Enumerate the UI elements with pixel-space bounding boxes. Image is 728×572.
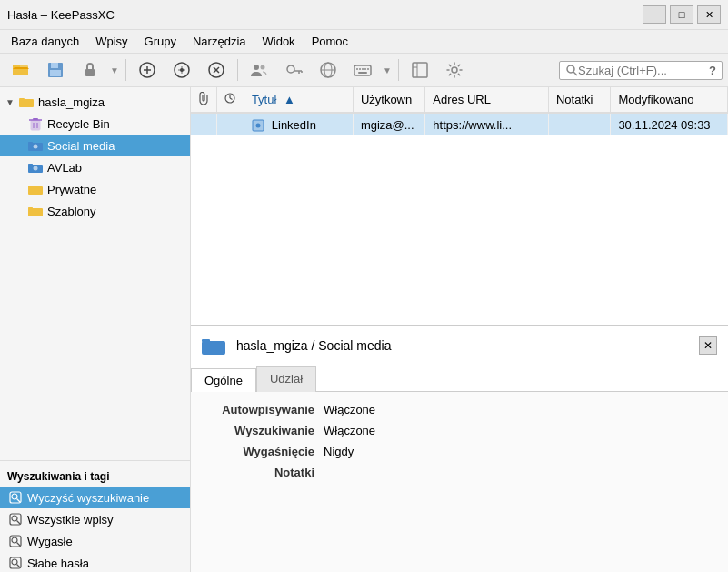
col-notes[interactable]: Notatki: [548, 87, 610, 113]
col-time[interactable]: [217, 87, 244, 113]
tree-item-szablony[interactable]: Szablony: [0, 200, 190, 222]
svg-line-67: [17, 565, 21, 568]
cell-time: [217, 113, 244, 135]
svg-point-17: [254, 65, 259, 70]
social-media-label: Social media: [47, 139, 115, 153]
avlab-label: AVLab: [47, 161, 82, 175]
keyboard-button[interactable]: [347, 56, 378, 84]
svg-point-60: [12, 516, 17, 521]
svg-rect-26: [354, 65, 371, 75]
remote-button[interactable]: [313, 56, 344, 84]
add-entry-button[interactable]: [132, 56, 163, 84]
search-help-button[interactable]: ?: [709, 64, 716, 77]
tree-item-social-media[interactable]: Social media: [0, 135, 190, 156]
tree-item-prywatne[interactable]: Prywatne: [0, 178, 190, 200]
menu-tools[interactable]: Narzędzia: [185, 32, 254, 51]
prop-wygasniecie-value: Nigdy: [324, 445, 354, 458]
col-modified[interactable]: Modyfikowano: [611, 87, 728, 113]
filter-expired[interactable]: Wygasłe: [0, 530, 190, 552]
svg-point-48: [34, 145, 38, 149]
prop-autowpisywanie-value: Włączone: [324, 403, 375, 416]
svg-rect-4: [51, 63, 58, 68]
col-username[interactable]: Użytkown: [353, 87, 424, 113]
generate-password-button[interactable]: [278, 56, 309, 84]
group-panel-close-button[interactable]: ✕: [699, 336, 717, 355]
edit-entry-button[interactable]: [166, 56, 197, 84]
settings-button[interactable]: [439, 56, 470, 84]
prop-autowpisywanie: Autowpisywanie Włączone: [205, 403, 713, 416]
tree-item-avlab[interactable]: AVLab: [0, 156, 190, 178]
menu-groups[interactable]: Grupy: [137, 32, 184, 51]
search-box[interactable]: ?: [559, 61, 723, 80]
svg-point-18: [260, 65, 264, 70]
clear-search-icon: [7, 489, 24, 506]
maximize-button[interactable]: □: [670, 5, 693, 24]
tab-general[interactable]: Ogólne: [191, 368, 256, 392]
col-url[interactable]: Adres URL: [425, 87, 549, 113]
tab-share[interactable]: Udział: [256, 366, 316, 392]
menu-view[interactable]: Widok: [255, 32, 303, 51]
search-section: Wyszukiwania i tagi Wyczyść wyszukiwanie…: [0, 460, 190, 572]
menu-entries[interactable]: Wpisy: [88, 32, 135, 51]
svg-point-57: [12, 494, 17, 499]
svg-line-64: [17, 543, 21, 547]
browser-extension-button[interactable]: [404, 56, 435, 84]
col-title[interactable]: Tytuł ▲: [244, 87, 353, 113]
globe-icon: [319, 61, 337, 79]
minimize-button[interactable]: ─: [643, 5, 666, 24]
users-icon: [250, 61, 268, 79]
tree-root[interactable]: ▼ hasla_mgiza: [0, 91, 190, 113]
menu-database[interactable]: Baza danych: [4, 32, 86, 51]
separator-2: [237, 59, 238, 81]
open-folder-icon: [12, 61, 30, 79]
prywatne-label: Prywatne: [47, 183, 96, 196]
recycle-bin-label: Recycle Bin: [47, 117, 110, 131]
table-row[interactable]: LinkedIn mgiza@... https://www.li... 30.…: [191, 113, 728, 135]
window-controls: ─ □ ✕: [643, 5, 721, 24]
svg-rect-75: [202, 341, 225, 355]
group-panel: hasla_mgiza / Social media ✕ Ogólne Udzi…: [191, 325, 728, 572]
prop-wygasniecie-label: Wygaśnięcie: [205, 445, 324, 458]
delete-entry-button[interactable]: [201, 56, 232, 84]
svg-line-70: [230, 98, 233, 100]
svg-point-13: [180, 68, 184, 72]
tabs: Ogólne Udział: [191, 366, 728, 392]
entries-table-container: Tytuł ▲ Użytkown Adres URL Notatki Modyf…: [191, 87, 728, 325]
menu-help[interactable]: Pomoc: [304, 32, 355, 51]
filter-weak-label: Słabe hasła: [27, 557, 89, 570]
svg-rect-6: [85, 69, 95, 76]
tree-item-recycle-bin[interactable]: Recycle Bin: [0, 113, 190, 135]
svg-rect-41: [31, 120, 40, 130]
close-button[interactable]: ✕: [697, 5, 721, 24]
lock-database-button[interactable]: [75, 56, 105, 84]
prop-wyszukiwanie: Wyszukiwanie Włączone: [205, 424, 713, 437]
all-entries-icon: [7, 511, 24, 527]
group-panel-folder-icon: [202, 333, 227, 358]
entry-icon: [252, 117, 272, 132]
key-icon: [284, 61, 303, 79]
prop-autowpisywanie-label: Autowpisywanie: [205, 403, 324, 416]
filter-weak-passwords[interactable]: Słabe hasła: [0, 552, 190, 572]
szablony-label: Szablony: [47, 205, 95, 218]
col-attach[interactable]: [191, 87, 217, 113]
svg-line-58: [17, 499, 21, 503]
save-icon: [46, 61, 65, 79]
save-database-button[interactable]: [40, 56, 71, 84]
filter-clear-search[interactable]: Wyczyść wyszukiwanie: [0, 487, 190, 508]
search-icon: [565, 64, 578, 76]
prywatne-folder-icon: [27, 181, 44, 197]
szablony-folder-icon: [27, 203, 44, 219]
content-area: Tytuł ▲ Użytkown Adres URL Notatki Modyf…: [191, 87, 728, 572]
open-database-button[interactable]: [5, 56, 36, 84]
svg-rect-40: [19, 99, 34, 107]
titlebar: Hasła – KeePassXC ─ □ ✕: [0, 0, 728, 30]
time-col-icon: [224, 93, 235, 104]
prop-wyszukiwanie-value: Włączone: [324, 424, 375, 437]
settings-icon: [445, 61, 464, 79]
separator-1: [125, 59, 126, 81]
sidebar: ▼ hasla_mgiza Recycle Bin Social media: [0, 87, 191, 572]
search-input[interactable]: [578, 64, 705, 77]
filter-all-entries[interactable]: Wszystkie wpisy: [0, 508, 190, 530]
group-properties: Autowpisywanie Włączone Wyszukiwanie Włą…: [191, 392, 728, 497]
manage-groups-button[interactable]: [244, 56, 274, 84]
